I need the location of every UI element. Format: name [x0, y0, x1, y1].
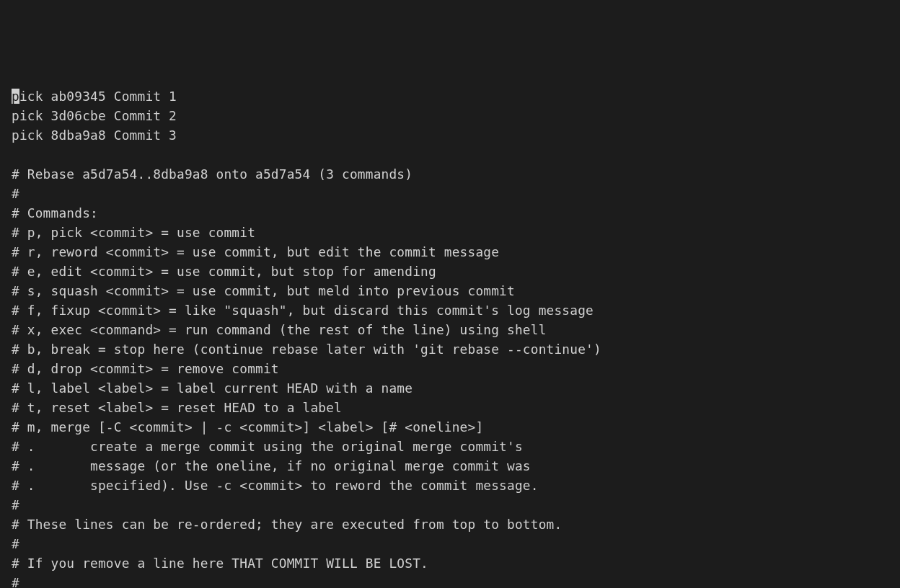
editor-line[interactable]: pick ab09345 Commit 1 [12, 86, 888, 106]
line-text: # f, fixup <commit> = like "squash", but… [12, 303, 594, 318]
line-text: # If you remove a line here THAT COMMIT … [12, 556, 428, 571]
editor-line[interactable]: # [12, 573, 888, 588]
line-text: # [12, 497, 19, 512]
line-text: # t, reset <label> = reset HEAD to a lab… [12, 400, 342, 415]
line-text: ick ab09345 Commit 1 [19, 89, 177, 104]
editor-line[interactable]: # . create a merge commit using the orig… [12, 437, 888, 456]
line-text: # r, reword <commit> = use commit, but e… [12, 244, 499, 259]
terminal-editor[interactable]: pick ab09345 Commit 1pick 3d06cbe Commit… [12, 86, 888, 588]
editor-line[interactable]: # Rebase a5d7a54..8dba9a8 onto a5d7a54 (… [12, 164, 888, 184]
editor-line[interactable]: # . specified). Use -c <commit> to rewor… [12, 476, 888, 495]
editor-line[interactable]: # [12, 495, 888, 514]
line-text: # These lines can be re-ordered; they ar… [12, 517, 562, 532]
line-text: pick 8dba9a8 Commit 3 [12, 128, 177, 143]
editor-line[interactable]: # [12, 184, 888, 203]
line-text: pick 3d06cbe Commit 2 [12, 108, 177, 123]
line-text: # . specified). Use -c <commit> to rewor… [12, 478, 539, 493]
editor-line[interactable]: pick 3d06cbe Commit 2 [12, 106, 888, 125]
cursor: p [12, 89, 19, 104]
line-text: # . message (or the oneline, if no origi… [12, 458, 531, 473]
editor-line[interactable]: # l, label <label> = label current HEAD … [12, 378, 888, 398]
line-text: # [12, 536, 19, 551]
line-text: # b, break = stop here (continue rebase … [12, 342, 601, 357]
line-text: # Commands: [12, 205, 98, 220]
line-text: # l, label <label> = label current HEAD … [12, 380, 412, 396]
editor-line[interactable] [12, 145, 888, 164]
line-text: # p, pick <commit> = use commit [12, 225, 255, 240]
editor-line[interactable]: # f, fixup <commit> = like "squash", but… [12, 300, 888, 320]
editor-line[interactable]: # t, reset <label> = reset HEAD to a lab… [12, 398, 888, 417]
line-text: # x, exec <command> = run command (the r… [12, 322, 547, 337]
editor-line[interactable]: # d, drop <commit> = remove commit [12, 359, 888, 378]
editor-line[interactable]: # e, edit <commit> = use commit, but sto… [12, 262, 888, 281]
editor-line[interactable]: # . message (or the oneline, if no origi… [12, 456, 888, 476]
editor-line[interactable]: # If you remove a line here THAT COMMIT … [12, 553, 888, 573]
editor-line[interactable]: pick 8dba9a8 Commit 3 [12, 125, 888, 145]
line-text: # d, drop <commit> = remove commit [12, 361, 279, 376]
editor-line[interactable]: # s, squash <commit> = use commit, but m… [12, 281, 888, 300]
line-text: # s, squash <commit> = use commit, but m… [12, 283, 515, 298]
editor-line[interactable]: # r, reword <commit> = use commit, but e… [12, 242, 888, 262]
line-text: # Rebase a5d7a54..8dba9a8 onto a5d7a54 (… [12, 166, 412, 182]
line-text: # e, edit <commit> = use commit, but sto… [12, 264, 436, 279]
line-text: # . create a merge commit using the orig… [12, 439, 523, 454]
line-text: # m, merge [-C <commit> | -c <commit>] <… [12, 419, 483, 435]
editor-line[interactable]: # b, break = stop here (continue rebase … [12, 339, 888, 359]
editor-line[interactable]: # These lines can be re-ordered; they ar… [12, 514, 888, 534]
editor-line[interactable]: # [12, 534, 888, 553]
editor-line[interactable]: # x, exec <command> = run command (the r… [12, 320, 888, 339]
editor-line[interactable]: # m, merge [-C <commit> | -c <commit>] <… [12, 417, 888, 437]
line-text: # [12, 186, 19, 201]
editor-line[interactable]: # Commands: [12, 203, 888, 223]
editor-line[interactable]: # p, pick <commit> = use commit [12, 223, 888, 242]
line-text: # [12, 575, 19, 588]
